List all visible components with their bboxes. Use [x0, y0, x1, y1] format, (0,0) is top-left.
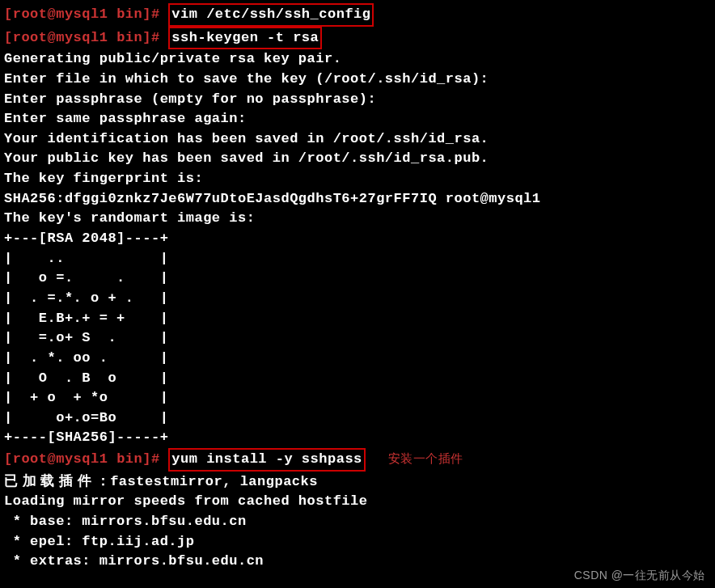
output-line: * epel: ftp.iij.ad.jp — [4, 532, 711, 552]
output-line: The key fingerprint is: — [4, 169, 711, 189]
output-line: Generating public/private rsa key pair. — [4, 49, 711, 70]
randomart-line: | .. | — [4, 249, 711, 269]
prompt-path: bin — [116, 30, 142, 45]
prompt-path: bin — [116, 451, 142, 467]
randomart-line: | E.B+.+ = + | — [4, 309, 711, 329]
output-line: Enter passphrase (empty for no passphras… — [4, 90, 711, 110]
output-line: The key's randomart image is: — [4, 209, 711, 229]
prompt-bracket-close: ] — [142, 451, 151, 467]
prompt-bracket-close: ] — [142, 6, 151, 22]
yum-suffix: fastestmirror, langpacks — [110, 474, 318, 489]
prompt-bracket: [ — [4, 451, 13, 467]
output-line: Your identification has been saved in /r… — [4, 129, 711, 150]
randomart-line: | o+.o=Bo | — [4, 408, 711, 429]
output-line: Enter file in which to save the key (/ro… — [4, 70, 711, 90]
prompt-space — [108, 30, 116, 45]
randomart-line: +---[RSA 2048]----+ — [4, 229, 711, 249]
prompt-bracket: [ — [4, 30, 13, 45]
output-line: Your public key has been saved in /root/… — [4, 149, 711, 169]
output-line: SHA256:dfggi0znkz7Je6W77uDtoEJasdQgdhsT6… — [4, 189, 711, 209]
prompt-user-host: root@mysql1 — [13, 451, 108, 467]
prompt-bracket-close: ] — [142, 30, 151, 45]
watermark-text: CSDN @一往无前从今始 — [574, 567, 705, 583]
prompt-path: bin — [116, 6, 142, 22]
terminal-line-2: [root@mysql1 bin]# ssh-keygen -t rsa — [4, 27, 711, 50]
randomart-line: | o =. . | — [4, 269, 711, 289]
randomart-line: | O . B o | — [4, 369, 711, 389]
prompt-bracket: [ — [4, 6, 13, 22]
terminal-line-1: [root@mysql1 bin]# vim /etc/ssh/ssh_conf… — [4, 3, 711, 27]
output-line-yum1: 已 加 载 插 件 ：fastestmirror, langpacks — [4, 472, 711, 493]
prompt-space — [108, 451, 116, 467]
command-yum-install-sshpass: yum install -y sshpass — [168, 448, 365, 472]
yum-prefix: 已 加 载 插 件 ： — [4, 473, 110, 489]
randomart-line: | . *. oo . | — [4, 349, 711, 369]
command-ssh-keygen: ssh-keygen -t rsa — [168, 27, 322, 50]
randomart-line: | . =.*. o + . | — [4, 289, 711, 309]
prompt-user-host: root@mysql1 — [13, 6, 108, 22]
terminal-line-3: [root@mysql1 bin]# yum install -y sshpas… — [4, 448, 711, 472]
annotation-text: 安装一个插件 — [388, 451, 463, 465]
prompt-hash: # — [151, 6, 160, 22]
randomart-line: +----[SHA256]-----+ — [4, 428, 711, 448]
prompt-user-host: root@mysql1 — [13, 30, 108, 45]
prompt-hash: # — [151, 451, 160, 467]
randomart-line: | =.o+ S . | — [4, 328, 711, 349]
output-line: Enter same passphrase again: — [4, 109, 711, 129]
output-line: Loading mirror speeds from cached hostfi… — [4, 492, 711, 512]
prompt-space — [108, 6, 116, 22]
randomart-line: | + o + *o | — [4, 388, 711, 408]
prompt-hash: # — [151, 30, 160, 45]
command-vim-ssh-config: vim /etc/ssh/ssh_config — [168, 3, 374, 27]
output-line: * base: mirrors.bfsu.edu.cn — [4, 512, 711, 532]
